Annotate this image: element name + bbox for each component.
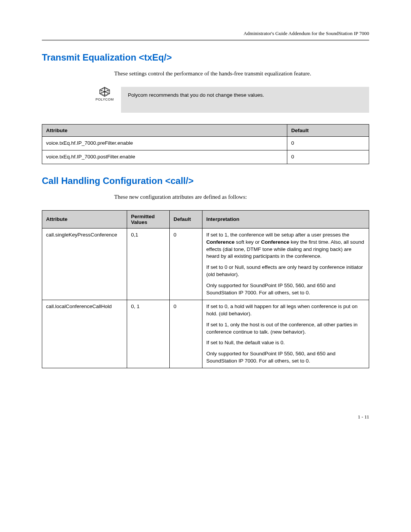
interp-bold: Conference — [261, 239, 289, 245]
cell-attribute: call.singleKeyPressConference — [42, 228, 127, 300]
table-row: voice.txEq.hf.IP_7000.preFilter.enable 0 — [42, 137, 369, 150]
section-title-call: Call Handling Configuration <call/> — [42, 176, 369, 186]
table-header-row: Attribute Permitted Values Default Inter… — [42, 210, 369, 228]
header-divider — [42, 40, 369, 41]
th-interpretation: Interpretation — [202, 210, 369, 228]
interp-text: If set to 1, the conference will be setu… — [206, 232, 349, 238]
interp-text: Only supported for SoundPoint IP 550, 56… — [206, 350, 365, 365]
th-attribute: Attribute — [42, 125, 287, 137]
polycom-logo: POLYCOM — [95, 87, 114, 101]
th-default: Default — [287, 125, 369, 137]
cell-default: 0 — [169, 300, 202, 368]
cell-default: 0 — [287, 150, 369, 164]
interp-bold: Conference — [206, 239, 234, 245]
call-table: Attribute Permitted Values Default Inter… — [42, 210, 369, 368]
polycom-logo-icon — [99, 87, 110, 97]
cell-default: 0 — [287, 137, 369, 150]
running-header: Administrator's Guide Addendum for the S… — [42, 30, 369, 37]
interp-text: soft key or — [234, 239, 261, 245]
cell-attribute: voice.txEq.hf.IP_7000.preFilter.enable — [42, 137, 287, 150]
interp-text: Only supported for SoundPoint IP 550, 56… — [206, 282, 365, 297]
cell-attribute: call.localConferenceCallHold — [42, 300, 127, 368]
interp-text: If set to 0, a hold will happen for all … — [206, 303, 365, 318]
polycom-logo-label: POLYCOM — [96, 97, 114, 101]
table-row: call.localConferenceCallHold 0, 1 0 If s… — [42, 300, 369, 368]
table-row: voice.txEq.hf.IP_7000.postFilter.enable … — [42, 150, 369, 164]
section-title-txeq: Transmit Equalization <txEq/> — [42, 52, 369, 63]
section-intro-txeq: These settings control the performance o… — [114, 70, 369, 78]
cell-attribute: voice.txEq.hf.IP_7000.postFilter.enable — [42, 150, 287, 164]
page-number: 1 - 11 — [42, 414, 369, 420]
callout-text: Polycom recommends that you do not chang… — [121, 87, 369, 113]
th-default: Default — [169, 210, 202, 228]
th-attribute: Attribute — [42, 210, 127, 228]
cell-permitted: 0,1 — [127, 228, 170, 300]
interp-text: If set to 0 or Null, sound effects are o… — [206, 264, 365, 278]
section-intro-call: These new configuration attributes are d… — [114, 193, 369, 201]
cell-permitted: 0, 1 — [127, 300, 170, 368]
interp-text: If set to Null, the default value is 0. — [206, 339, 365, 347]
page-container: Administrator's Guide Addendum for the S… — [0, 0, 411, 443]
th-permitted: Permitted Values — [127, 210, 170, 228]
cell-default: 0 — [169, 228, 202, 300]
table-row: call.singleKeyPressConference 0,1 0 If s… — [42, 228, 369, 300]
table-header-row: Attribute Default — [42, 125, 369, 137]
txeq-table: Attribute Default voice.txEq.hf.IP_7000.… — [42, 124, 369, 164]
cell-interpretation: If set to 0, a hold will happen for all … — [202, 300, 369, 368]
interp-text: If set to 1, only the host is out of the… — [206, 321, 365, 336]
recommendation-callout: POLYCOM Polycom recommends that you do n… — [42, 87, 369, 113]
cell-interpretation: If set to 1, the conference will be setu… — [202, 228, 369, 300]
